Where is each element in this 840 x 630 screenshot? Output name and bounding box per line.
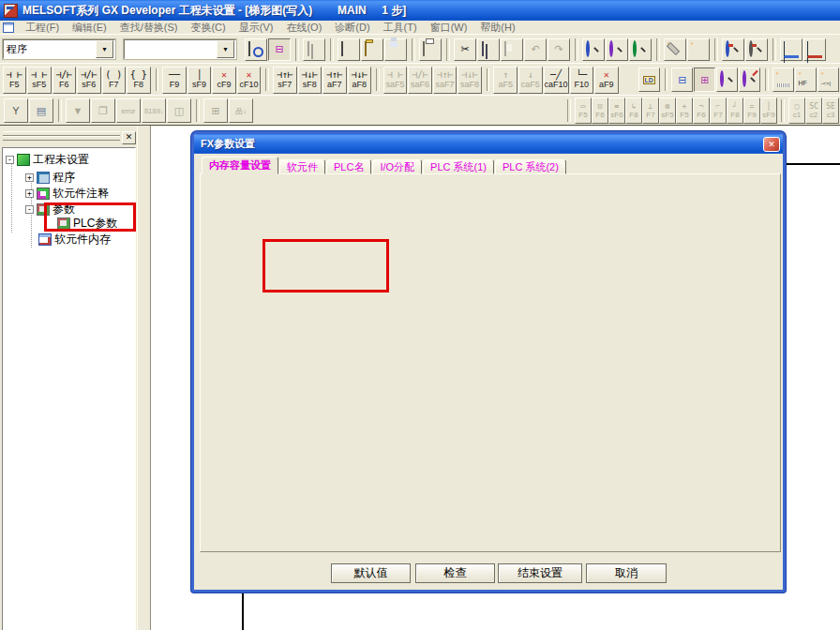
mini-btn-6[interactable]: +F5 — [676, 98, 693, 124]
tab-plc-name[interactable]: PLC名 — [326, 159, 371, 174]
expand-icon[interactable]: + — [25, 173, 34, 182]
branch-select-icon[interactable]: Y — [4, 98, 28, 123]
mini-btn-14[interactable]: SEc3 — [822, 98, 839, 124]
menu-window[interactable]: 窗口(W) — [425, 21, 473, 35]
finish-setting-button[interactable]: 结束设置 — [498, 563, 582, 583]
ld-view-icon[interactable]: LD — [638, 68, 660, 92]
ladder-btn-saf5[interactable]: ⊣ ⊢saF5 — [383, 67, 408, 94]
paste-icon[interactable] — [501, 38, 523, 61]
copy-icon[interactable] — [477, 38, 500, 61]
ladder-btn-f7[interactable]: ( )F7 — [102, 67, 127, 94]
tree-item-program[interactable]: + 程序 — [25, 170, 75, 186]
panel-gripper[interactable] — [3, 136, 120, 141]
ladder-btn-af5[interactable]: ↑aF5 — [493, 67, 518, 94]
mini-btn-13[interactable]: SCc2 — [805, 98, 822, 124]
grid-icon[interactable]: ⊞ — [203, 98, 228, 123]
window-monitor-icon[interactable] — [803, 38, 826, 61]
doc-exchange-icon[interactable]: ▤ — [29, 98, 53, 123]
ladder-btn-cf9[interactable]: ✕cF9 — [212, 67, 236, 94]
menu-edit[interactable]: 编辑(E) — [67, 21, 112, 35]
ladder-btn-saf7[interactable]: ⊣↑⊢saF7 — [433, 67, 458, 94]
tab-memory-capacity[interactable]: 内存容量设置 — [202, 157, 278, 174]
collapse-icon[interactable]: - — [25, 205, 34, 214]
error-jump-icon[interactable]: error — [116, 98, 141, 123]
sort-icon[interactable]: S1S9↓ — [142, 98, 166, 123]
ladder-btn-af7[interactable]: ⊣↑⊢aF7 — [322, 67, 347, 94]
expand-icon[interactable]: + — [25, 189, 34, 198]
menu-diagnostics[interactable]: 诊断(D) — [329, 21, 375, 35]
find-instruction-icon[interactable] — [629, 38, 652, 61]
menu-help[interactable]: 帮助(H) — [474, 21, 520, 35]
mini-btn-10[interactable]: =F9 — [743, 98, 760, 124]
zoom-out-icon[interactable] — [745, 38, 768, 61]
find-device-icon[interactable] — [606, 38, 628, 61]
tree-item-device-memory[interactable]: 软元件内存 — [38, 232, 111, 248]
marker-compare-icon[interactable]: -<>| — [818, 68, 839, 92]
ladder-btn-sf5[interactable]: ⊣ ⊢sF5 — [27, 67, 52, 94]
ladder-btn-caf5[interactable]: ↓caF5 — [518, 67, 543, 94]
mini-btn-7[interactable]: ¬F6 — [693, 98, 710, 124]
marker-dither-icon[interactable] — [772, 68, 794, 92]
mini-btn-11[interactable]: │sF9 — [760, 98, 777, 124]
tab-device[interactable]: 软元件 — [279, 159, 325, 174]
find-edit-icon[interactable] — [739, 68, 760, 92]
mini-btn-0[interactable]: ▭F5 — [575, 98, 592, 124]
ladder-btn-f9[interactable]: ──F9 — [162, 67, 187, 94]
collapse-icon[interactable]: - — [6, 156, 14, 164]
open-icon[interactable] — [361, 38, 383, 61]
program-combo[interactable]: 程序 ▼ — [3, 39, 115, 59]
tree-item-project-root[interactable]: - 工程未设置 — [6, 152, 89, 168]
mini-btn-4[interactable]: ⊥F7 — [642, 98, 659, 124]
ladder-btn-f6[interactable]: ⊣/⊢F6 — [52, 67, 77, 94]
block-copy-icon[interactable]: ❐ — [91, 98, 115, 123]
find-combo[interactable]: ▼ — [124, 39, 236, 59]
find-step-icon[interactable] — [716, 68, 738, 92]
mdi-child-icon[interactable] — [3, 22, 14, 33]
ladder-btn-saf8[interactable]: ⊣↓⊢saF8 — [458, 67, 482, 94]
default-button[interactable]: 默认值 — [331, 563, 411, 583]
ladder-btn-cf10[interactable]: ✕cF10 — [237, 67, 262, 94]
ladder-btn-sf7[interactable]: ⊣↑⊢sF7 — [273, 67, 297, 94]
ladder-btn-f8[interactable]: { }F8 — [127, 67, 151, 94]
doc-search-icon[interactable] — [245, 38, 267, 61]
mini-btn-8[interactable]: ⌐F7 — [710, 98, 727, 124]
new-icon[interactable] — [338, 38, 360, 61]
close-icon[interactable]: ✕ — [763, 137, 780, 152]
chevron-down-icon[interactable]: ▼ — [217, 40, 234, 58]
menu-tools[interactable]: 工具(T) — [378, 21, 423, 35]
menu-convert[interactable]: 变换(C) — [185, 21, 231, 35]
doc-swap-icon[interactable] — [303, 38, 325, 61]
menu-view[interactable]: 显示(V) — [233, 21, 279, 35]
print-icon[interactable] — [419, 38, 442, 61]
ladder-btn-f5[interactable]: ⊣ ⊢F5 — [3, 67, 27, 94]
ladder-btn-sf6[interactable]: ⊣/⊢sF6 — [77, 67, 101, 94]
mini-btn-12[interactable]: ▢c1 — [788, 98, 805, 124]
menu-online[interactable]: 在线(O) — [280, 21, 327, 35]
ladder-btn-af9[interactable]: ✕aF9 — [594, 67, 619, 94]
ladder-btn-af8[interactable]: ⊣↓⊢aF8 — [348, 67, 372, 94]
window-split-icon[interactable] — [780, 38, 802, 61]
download-icon[interactable]: ▼ — [66, 98, 90, 123]
mini-btn-9[interactable]: ┘F8 — [727, 98, 743, 124]
marker-hf-icon[interactable]: HF — [795, 68, 817, 92]
replace-device-icon[interactable] — [664, 38, 686, 61]
mini-btn-3[interactable]: ↳F8 — [625, 98, 642, 124]
menu-project[interactable]: 工程(F) — [20, 21, 65, 35]
panel-splitter[interactable] — [137, 126, 151, 630]
tree-sort-icon[interactable]: 品↓ — [229, 98, 253, 123]
tab-io-assignment[interactable]: I/O分配 — [372, 159, 422, 174]
check-button[interactable]: 检查 — [415, 563, 495, 583]
replace-instruction-icon[interactable] — [687, 38, 710, 61]
redo-icon[interactable]: ↷ — [548, 38, 570, 61]
cut-icon[interactable]: ✂ — [454, 38, 476, 61]
tab-plc-system2[interactable]: PLC 系统(2) — [495, 159, 566, 174]
ladder-btn-caf10[interactable]: ─╱caF10 — [544, 67, 569, 94]
ladder-btn-f10[interactable]: └─F10 — [570, 67, 594, 94]
tree-expand-icon[interactable]: ⊞ — [694, 68, 715, 92]
zoom-in-icon[interactable] — [722, 38, 744, 61]
chevron-down-icon[interactable]: ▼ — [96, 40, 113, 58]
ladder-btn-sf9[interactable]: │sF9 — [188, 67, 212, 94]
close-icon[interactable]: ✕ — [122, 131, 136, 144]
save-icon[interactable] — [384, 38, 407, 61]
tree-item-device-comment[interactable]: + 软元件注释 — [25, 186, 109, 202]
